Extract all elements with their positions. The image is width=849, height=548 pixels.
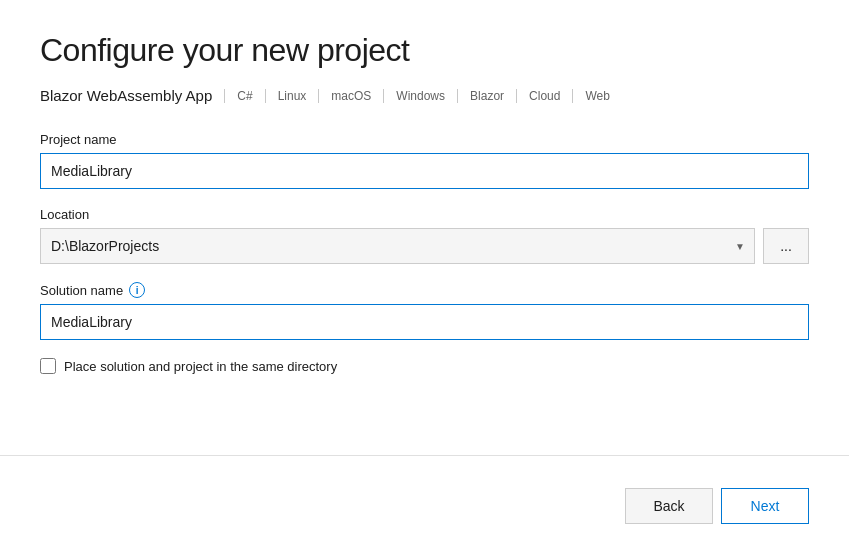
solution-name-input[interactable]: [40, 304, 809, 340]
project-name-input[interactable]: [40, 153, 809, 189]
back-button[interactable]: Back: [625, 488, 713, 524]
page-title: Configure your new project: [40, 32, 809, 69]
tag-windows: Windows: [396, 89, 445, 103]
tag-csharp: C#: [237, 89, 252, 103]
next-button[interactable]: Next: [721, 488, 809, 524]
project-name-group: Project name: [40, 132, 809, 189]
configure-project-page: Configure your new project Blazor WebAss…: [0, 0, 849, 548]
footer: Back Next: [40, 472, 809, 524]
project-name-label: Project name: [40, 132, 809, 147]
same-directory-label[interactable]: Place solution and project in the same d…: [64, 359, 337, 374]
solution-name-label: Solution name i: [40, 282, 809, 298]
tag-sep-6: [572, 89, 573, 103]
tag-sep-5: [516, 89, 517, 103]
location-select-wrapper: D:\BlazorProjects ▼: [40, 228, 755, 264]
same-directory-row: Place solution and project in the same d…: [40, 358, 809, 374]
tag-sep-4: [457, 89, 458, 103]
tag-sep-1: [265, 89, 266, 103]
location-group: Location D:\BlazorProjects ▼ ...: [40, 207, 809, 264]
footer-divider: [0, 455, 849, 456]
tag-separator: [224, 89, 225, 103]
tag-macos: macOS: [331, 89, 371, 103]
project-type-row: Blazor WebAssembly App C# Linux macOS Wi…: [40, 87, 809, 104]
form-section: Project name Location D:\BlazorProjects …: [40, 132, 809, 455]
browse-button[interactable]: ...: [763, 228, 809, 264]
project-type-name: Blazor WebAssembly App: [40, 87, 212, 104]
tag-blazor: Blazor: [470, 89, 504, 103]
tag-cloud: Cloud: [529, 89, 560, 103]
tag-sep-2: [318, 89, 319, 103]
tag-web: Web: [585, 89, 609, 103]
tag-sep-3: [383, 89, 384, 103]
location-label: Location: [40, 207, 809, 222]
same-directory-checkbox[interactable]: [40, 358, 56, 374]
solution-name-group: Solution name i: [40, 282, 809, 340]
solution-name-info-icon[interactable]: i: [129, 282, 145, 298]
location-select[interactable]: D:\BlazorProjects: [40, 228, 755, 264]
tag-linux: Linux: [278, 89, 307, 103]
location-row: D:\BlazorProjects ▼ ...: [40, 228, 809, 264]
